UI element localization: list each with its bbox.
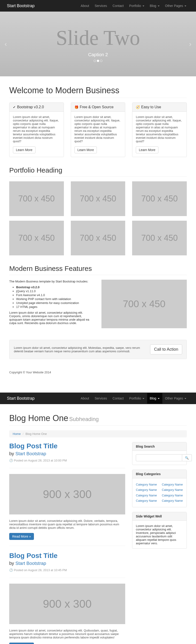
post-image[interactable]: 900 x 300	[9, 584, 125, 624]
search-icon	[185, 456, 189, 460]
nav-portfolio[interactable]: Portfolio	[126, 393, 147, 404]
search-button[interactable]	[182, 454, 192, 461]
indicator-1[interactable]	[94, 60, 96, 62]
post-title-link[interactable]: Blog Post Title	[9, 552, 57, 559]
panel-bootstrap: Bootstrap v3.2.0 Lorem ipsum dolor sit a…	[9, 102, 64, 157]
navbar: Start Bootstrap About Services Contact P…	[0, 392, 196, 404]
navbar-brand[interactable]: Start Bootstrap	[7, 396, 35, 401]
features-para: Lorem ipsum dolor sit amet, consectetur …	[9, 311, 95, 325]
category-link[interactable]: Category Name	[162, 494, 183, 497]
nav-portfolio[interactable]: Portfolio	[126, 0, 147, 11]
list-item: Bootstrap v3.2.0	[16, 286, 95, 289]
post-image[interactable]: 900 x 300	[9, 474, 125, 514]
search-panel: Blog Search	[132, 442, 187, 465]
list-item: jQuery v1.11.0	[16, 290, 95, 293]
post-excerpt: Lorem ipsum dolor sit amet, consectetur …	[9, 629, 125, 639]
check-icon	[13, 105, 16, 109]
caret-icon	[158, 6, 160, 6]
learn-more-button[interactable]: Learn More	[136, 146, 158, 153]
caret-icon	[185, 6, 186, 6]
carousel: ‹ Slide Two Caption 2 ›	[0, 12, 196, 76]
slide-caption: Caption 2	[88, 52, 108, 57]
panel-title: Easy to Use	[141, 105, 161, 109]
gift-icon	[75, 105, 78, 109]
portfolio-item[interactable]: 700 x 450	[9, 221, 64, 256]
category-link[interactable]: Category Name	[162, 499, 183, 502]
nav-other[interactable]: Other Pages	[162, 0, 189, 11]
features-heading: Modern Business Features	[9, 260, 187, 275]
breadcrumb: Home / Blog Home One	[9, 430, 187, 438]
panel-text: Lorem ipsum dolor sit amet, consectetur …	[136, 115, 183, 143]
list-item: Font Awesome v4.1.0	[16, 293, 95, 297]
portfolio-item[interactable]: 700 x 450	[9, 181, 64, 216]
post-title-link[interactable]: Blog Post Title	[9, 442, 57, 450]
category-link[interactable]: Category Name	[136, 494, 157, 497]
nav-about[interactable]: About	[78, 393, 92, 404]
nav-blog[interactable]: Blog	[147, 393, 162, 404]
list-item: Unstyled page elements for easy customiz…	[16, 301, 95, 305]
learn-more-button[interactable]: Learn More	[13, 146, 35, 153]
caret-icon	[185, 398, 186, 399]
footer: Copyright © Your Website 2014	[9, 366, 187, 379]
post-author-link[interactable]: Start Bootstrap	[15, 561, 46, 566]
slide-title: Slide Two	[56, 26, 140, 50]
features-image: 700 x 450	[101, 280, 187, 328]
nav-about[interactable]: About	[78, 0, 92, 11]
nav-services[interactable]: Services	[92, 393, 110, 404]
read-more-button[interactable]: Read More »	[9, 533, 34, 540]
list-item: Working PHP contact form with validation	[16, 297, 95, 301]
carousel-indicators	[94, 60, 102, 62]
post-excerpt: Lorem ipsum dolor sit amet, consectetur …	[9, 519, 125, 530]
learn-more-button[interactable]: Learn More	[75, 146, 97, 153]
category-link[interactable]: Category Name	[136, 488, 157, 492]
panel-title: Bootstrap v3.2.0	[17, 105, 44, 109]
carousel-prev[interactable]: ‹	[4, 40, 7, 48]
portfolio-item[interactable]: 700 x 450	[71, 181, 125, 216]
indicator-2[interactable]	[97, 60, 99, 62]
panel-free: Free & Open Source Lorem ipsum dolor sit…	[71, 102, 125, 157]
categories-heading: Blog Categories	[132, 470, 187, 478]
widget-heading: Side Widget Well	[132, 512, 187, 521]
nav-contact[interactable]: Contact	[110, 393, 126, 404]
indicator-3[interactable]	[100, 60, 102, 62]
category-link[interactable]: Category Name	[162, 488, 183, 492]
navbar-nav: About Services Contact Portfolio Blog Ot…	[78, 393, 189, 404]
panel-title: Free & Open Source	[80, 105, 114, 109]
cta-button[interactable]: Call to Action	[150, 344, 182, 354]
blog-sidebar: Blog Search Blog Categories Category Nam…	[129, 442, 190, 644]
features-list: Bootstrap v3.2.0 jQuery v1.11.0 Font Awe…	[9, 286, 95, 308]
clock-icon	[9, 568, 13, 572]
blog-subheading: Subheading	[69, 416, 99, 422]
post-date: Posted on August 28, 2013 at 10:45 PM	[14, 568, 67, 572]
navbar: Start Bootstrap About Services Contact P…	[0, 0, 196, 12]
post-date: Posted on August 28, 2013 at 10:00 PM	[14, 459, 67, 462]
carousel-next[interactable]: ›	[189, 40, 192, 48]
page-header: Blog Home One Subheading	[9, 409, 187, 426]
compass-icon	[136, 105, 140, 109]
portfolio-heading: Portfolio Heading	[9, 162, 187, 177]
breadcrumb-current: Blog Home One	[26, 432, 47, 436]
panels-row: Bootstrap v3.2.0 Lorem ipsum dolor sit a…	[6, 102, 190, 162]
by-label: by	[9, 451, 14, 456]
category-link[interactable]: Category Name	[162, 483, 183, 486]
read-more-button[interactable]: Read More »	[9, 642, 34, 644]
post-author-link[interactable]: Start Bootstrap	[15, 451, 46, 456]
nav-blog[interactable]: Blog	[147, 0, 162, 11]
portfolio-item[interactable]: 700 x 450	[132, 221, 187, 256]
navbar-nav: About Services Contact Portfolio Blog Ot…	[78, 0, 189, 11]
navbar-brand[interactable]: Start Bootstrap	[7, 4, 35, 8]
category-link[interactable]: Category Name	[136, 499, 157, 502]
portfolio-item[interactable]: 700 x 450	[132, 181, 187, 216]
widget-panel: Side Widget Well Lorem ipsum dolor sit a…	[132, 512, 187, 549]
category-link[interactable]: Category Name	[136, 483, 157, 486]
nav-other[interactable]: Other Pages	[162, 393, 189, 404]
search-input[interactable]	[136, 454, 182, 461]
breadcrumb-home[interactable]: Home	[13, 432, 21, 436]
cta-text: Lorem ipsum dolor sit amet, consectetur …	[14, 346, 145, 353]
nav-services[interactable]: Services	[92, 0, 110, 11]
nav-contact[interactable]: Contact	[110, 0, 126, 11]
caret-icon	[158, 398, 160, 399]
page-header: Welcome to Modern Business	[9, 81, 187, 98]
portfolio-item[interactable]: 700 x 450	[71, 221, 125, 256]
categories-panel: Blog Categories Category Name Category N…	[132, 470, 187, 507]
